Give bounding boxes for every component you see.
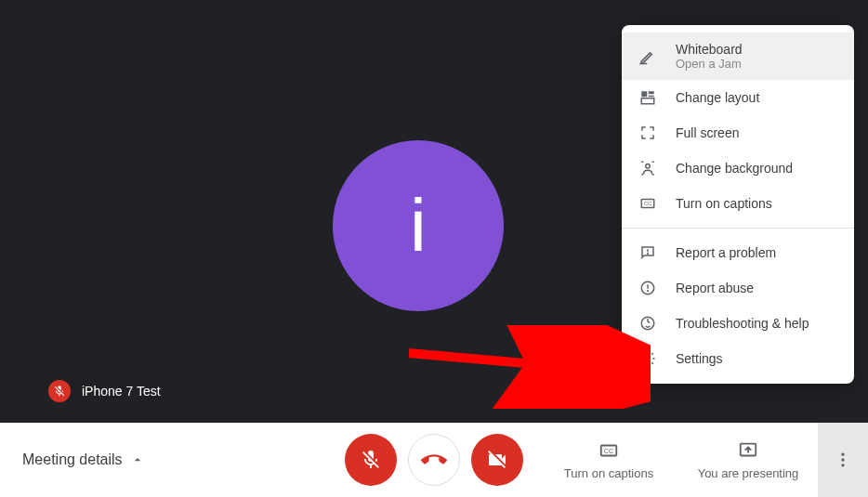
svg-rect-3 bbox=[649, 96, 654, 98]
menu-change-layout-label: Change layout bbox=[676, 90, 759, 105]
svg-point-13 bbox=[648, 254, 649, 255]
captions-icon: CC bbox=[598, 440, 619, 461]
svg-point-24 bbox=[841, 453, 844, 456]
menu-settings-label: Settings bbox=[676, 351, 723, 366]
menu-report-problem-label: Report a problem bbox=[676, 245, 776, 260]
annotation-arrow bbox=[400, 325, 651, 409]
svg-point-26 bbox=[841, 464, 844, 466]
menu-whiteboard-title: Whiteboard bbox=[676, 42, 743, 57]
menu-captions-label: Turn on captions bbox=[676, 196, 772, 211]
svg-rect-4 bbox=[641, 98, 654, 104]
camera-off-button[interactable] bbox=[471, 434, 523, 486]
report-icon bbox=[637, 280, 659, 296]
present-button[interactable]: You are presenting bbox=[678, 423, 818, 497]
menu-change-background[interactable]: Change background bbox=[622, 150, 854, 186]
present-icon bbox=[738, 440, 758, 461]
background-icon bbox=[637, 160, 659, 177]
help-icon bbox=[637, 315, 659, 332]
svg-rect-2 bbox=[649, 91, 654, 94]
bottom-bar: Meeting details CC Turn on captions You … bbox=[0, 423, 868, 497]
svg-text:CC: CC bbox=[604, 446, 614, 454]
svg-point-18 bbox=[646, 357, 651, 361]
participant-avatar: i bbox=[333, 140, 504, 311]
meeting-details-label: Meeting details bbox=[22, 451, 123, 468]
participant-label: iPhone 7 Test bbox=[48, 380, 161, 402]
fullscreen-icon bbox=[637, 124, 659, 141]
menu-report-abuse-label: Report abuse bbox=[676, 281, 754, 295]
svg-point-25 bbox=[841, 458, 844, 461]
captions-label: Turn on captions bbox=[564, 466, 653, 480]
pencil-icon bbox=[637, 47, 659, 66]
menu-turn-on-captions[interactable]: CC Turn on captions bbox=[622, 186, 854, 221]
mic-off-icon bbox=[48, 380, 71, 402]
gear-icon bbox=[637, 350, 659, 367]
svg-rect-1 bbox=[641, 91, 647, 97]
hang-up-button[interactable] bbox=[408, 434, 460, 486]
svg-point-5 bbox=[646, 164, 651, 169]
feedback-icon bbox=[637, 244, 659, 261]
chevron-up-icon bbox=[130, 452, 145, 467]
svg-point-16 bbox=[648, 291, 649, 292]
video-area: i iPhone 7 Test Whiteboard Open a Jam Ch… bbox=[0, 0, 868, 423]
menu-report-abuse[interactable]: Report abuse bbox=[622, 270, 854, 306]
more-vert-icon bbox=[834, 451, 852, 469]
captions-icon: CC bbox=[637, 195, 659, 212]
menu-settings[interactable]: Settings bbox=[622, 341, 854, 376]
menu-troubleshooting-label: Troubleshooting & help bbox=[676, 316, 809, 331]
menu-report-problem[interactable]: Report a problem bbox=[622, 235, 854, 270]
avatar-letter: i bbox=[410, 183, 427, 268]
menu-full-screen[interactable]: Full screen bbox=[622, 115, 854, 150]
menu-full-screen-label: Full screen bbox=[676, 125, 739, 140]
present-label: You are presenting bbox=[698, 466, 799, 480]
center-controls bbox=[345, 434, 523, 486]
menu-change-layout[interactable]: Change layout bbox=[622, 80, 854, 115]
participant-name: iPhone 7 Test bbox=[82, 384, 161, 399]
mute-mic-button[interactable] bbox=[345, 434, 397, 486]
svg-text:CC: CC bbox=[644, 201, 652, 206]
menu-whiteboard[interactable]: Whiteboard Open a Jam bbox=[622, 33, 854, 80]
right-controls: CC Turn on captions You are presenting bbox=[539, 423, 868, 497]
meeting-details-button[interactable]: Meeting details bbox=[22, 451, 145, 468]
captions-button[interactable]: CC Turn on captions bbox=[539, 423, 678, 497]
menu-troubleshooting[interactable]: Troubleshooting & help bbox=[622, 306, 854, 341]
menu-separator bbox=[622, 228, 854, 229]
menu-change-background-label: Change background bbox=[676, 161, 793, 176]
more-options-button[interactable] bbox=[818, 423, 868, 497]
menu-whiteboard-sub: Open a Jam bbox=[676, 57, 743, 71]
svg-line-20 bbox=[409, 353, 599, 370]
layout-icon bbox=[637, 89, 659, 106]
more-options-menu: Whiteboard Open a Jam Change layout Full… bbox=[622, 25, 854, 384]
